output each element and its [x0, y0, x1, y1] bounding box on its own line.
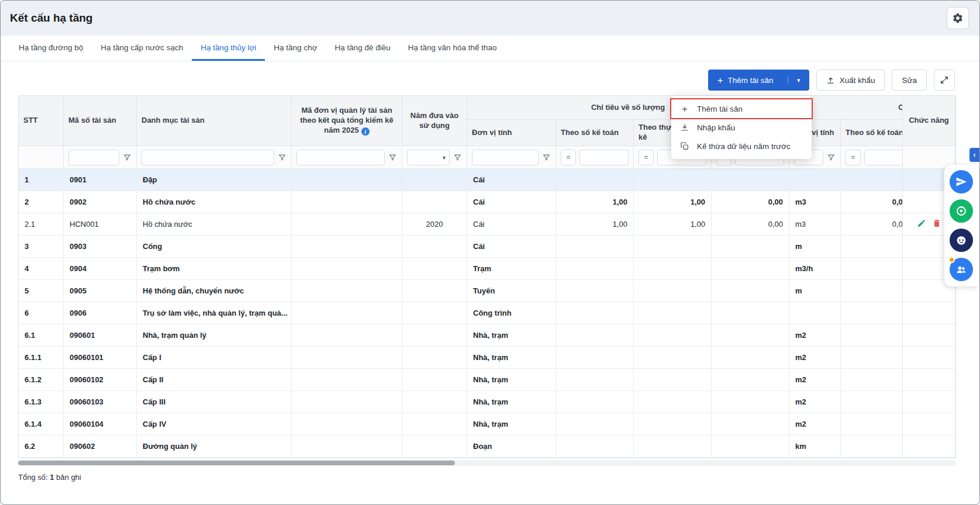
cell-name: Cấp I: [137, 347, 292, 369]
cell-qty-inventory: [634, 169, 712, 191]
cell-unit2: km: [789, 435, 841, 458]
table-row[interactable]: 50905Hệ thống dẫn, chuyển nướcTuyếnm: [19, 280, 956, 302]
floating-widget-support[interactable]: [950, 199, 973, 223]
cell-unit: Nhà, trạm: [467, 347, 556, 369]
menu-item-them-tai-san[interactable]: + Thêm tài sản: [671, 99, 812, 118]
settings-button[interactable]: [947, 7, 969, 29]
edit-button[interactable]: Sửa: [892, 70, 927, 91]
cell-code: 0904: [64, 258, 137, 280]
table-row[interactable]: 2.1HCN001Hồ chứa nước2020Cái1,001,000,00…: [19, 213, 956, 236]
add-asset-dropdown-toggle[interactable]: ▾: [788, 77, 809, 84]
cell-unit2: m3: [789, 191, 841, 213]
cell-unit: Cái: [467, 213, 556, 236]
cell-name: Cống: [137, 236, 292, 258]
menu-item-nhap-khau[interactable]: Nhập khẩu: [671, 118, 812, 137]
cell-qty-accounting: [556, 369, 634, 391]
cell-qty-accounting: [556, 413, 634, 435]
tab-bar: Hạ tầng đường bộ Hạ tầng cấp nước sạch H…: [1, 36, 979, 61]
scrollbar-thumb[interactable]: [18, 461, 455, 465]
cell-name: Hồ chứa nước: [137, 213, 292, 236]
filter-operator[interactable]: =: [846, 150, 861, 165]
cell-qty-accounting: [556, 347, 634, 369]
cell-stt: 3: [19, 236, 64, 258]
cell-qty-accounting: [556, 169, 634, 191]
filter-operator[interactable]: =: [561, 150, 576, 165]
filter-select-year[interactable]: ▾: [407, 150, 450, 165]
info-icon[interactable]: i: [361, 127, 370, 136]
floating-widget-chatbot[interactable]: [950, 229, 973, 252]
record-count: Tổng số: 1 bản ghi: [18, 473, 979, 482]
floating-widget-send[interactable]: [950, 170, 973, 193]
cell-qty-inventory: 1,00: [634, 213, 712, 236]
table-row[interactable]: 6.1.409060104Cấp IVNhà, trạmm2: [19, 413, 956, 435]
tab-ha-tang-duong-bo[interactable]: Hạ tầng đường bộ: [10, 36, 92, 61]
panel-collapse-button[interactable]: ‹: [969, 148, 979, 162]
filter-cell-code: [64, 146, 137, 169]
filter-input-mgmt-unit[interactable]: [296, 150, 385, 165]
cell-mgmt-unit: [292, 324, 402, 347]
filter-icon[interactable]: [542, 153, 551, 162]
cell-code: 0902: [64, 191, 137, 213]
cell-qty-diff: [712, 302, 789, 324]
table-row[interactable]: 6.1.209060102Cấp IINhà, trạmm2: [19, 369, 956, 391]
table-row[interactable]: 30903CốngCáim: [19, 236, 956, 258]
cell-unit2: m: [789, 280, 841, 302]
cell-unit: Tuyến: [467, 280, 556, 302]
cell-mgmt-unit: [292, 302, 402, 324]
add-asset-button[interactable]: + Thêm tài sản: [708, 75, 783, 85]
filter-input-code[interactable]: [68, 150, 119, 165]
filter-input-unit[interactable]: [472, 150, 539, 165]
cell-unit2: m2: [789, 369, 841, 391]
filter-input-qty-accounting[interactable]: [579, 150, 629, 165]
cell-name: Đường quản lý: [137, 435, 292, 458]
expand-button[interactable]: [934, 70, 955, 91]
filter-cell-stt: [19, 146, 64, 169]
filter-icon[interactable]: [278, 153, 287, 162]
chevron-down-icon: ▾: [797, 77, 800, 84]
cell-stt: 5: [19, 280, 64, 302]
cell-stt: 6.2: [19, 435, 64, 458]
table-row[interactable]: 6.1.109060101Cấp INhà, trạmm2: [19, 347, 956, 369]
import-icon: [679, 123, 690, 132]
filter-input-value-accounting[interactable]: [864, 150, 908, 165]
cell-code: 09060103: [64, 391, 137, 413]
asset-table: STT Mã số tài sản Danh mục tài sản Mã đơ…: [19, 96, 956, 458]
table-row[interactable]: 40904Trạm bơmTrạmm3/h: [19, 258, 956, 280]
cell-qty-inventory: [634, 347, 712, 369]
edit-icon[interactable]: [917, 219, 926, 230]
cell-qty-diff: [712, 369, 789, 391]
cell-year: [402, 324, 467, 347]
tab-ha-tang-de-dieu[interactable]: Hạ tầng đê điều: [326, 36, 399, 61]
cell-mgmt-unit: [292, 213, 402, 236]
table-row[interactable]: 10901ĐậpCái: [19, 169, 956, 191]
cell-qty-inventory: 1,00: [634, 191, 712, 213]
filter-icon[interactable]: [827, 153, 836, 162]
cell-year: 2020: [402, 213, 467, 236]
filter-icon[interactable]: [388, 153, 397, 162]
table-row[interactable]: 20902Hồ chứa nướcCái1,001,000,00m30,00: [19, 191, 956, 213]
cell-mgmt-unit: [292, 169, 402, 191]
filter-icon[interactable]: [123, 153, 132, 162]
title-bar: Kết cấu hạ tầng: [1, 1, 979, 36]
tab-ha-tang-thuy-loi[interactable]: Hạ tầng thủy lợi: [192, 36, 265, 61]
filter-icon[interactable]: [453, 153, 462, 162]
floating-widget-community[interactable]: [950, 258, 973, 281]
table-container: STT Mã số tài sản Danh mục tài sản Mã đơ…: [18, 95, 956, 466]
table-row[interactable]: 6.1.309060103Cấp IIINhà, trạmm2: [19, 391, 956, 413]
filter-operator[interactable]: =: [639, 150, 654, 165]
filter-input-category[interactable]: [142, 150, 274, 165]
tab-ha-tang-van-hoa-the-thao[interactable]: Hạ tầng văn hóa thể thao: [399, 36, 506, 61]
plus-icon: +: [679, 104, 690, 114]
export-button[interactable]: Xuất khẩu: [816, 70, 885, 91]
tab-ha-tang-cap-nuoc-sach[interactable]: Hạ tầng cấp nước sạch: [92, 36, 192, 61]
cell-unit2: m2: [789, 391, 841, 413]
tab-ha-tang-cho[interactable]: Hạ tầng chợ: [265, 36, 326, 61]
menu-item-ke-thua-du-lieu[interactable]: Kế thừa dữ liệu năm trước: [671, 137, 812, 155]
delete-icon[interactable]: [932, 219, 941, 230]
table-row[interactable]: 6.2090602Đường quản lýĐoạnkm: [19, 435, 956, 458]
table-row[interactable]: 60906Trụ sở làm việc, nhà quản lý, trạm …: [19, 302, 956, 324]
table-row[interactable]: 6.1090601Nhà, trạm quản lýNhà, trạmm2: [19, 324, 956, 347]
gear-icon: [952, 12, 964, 24]
cell-qty-diff: [712, 391, 789, 413]
filter-cell-category: [137, 146, 292, 169]
